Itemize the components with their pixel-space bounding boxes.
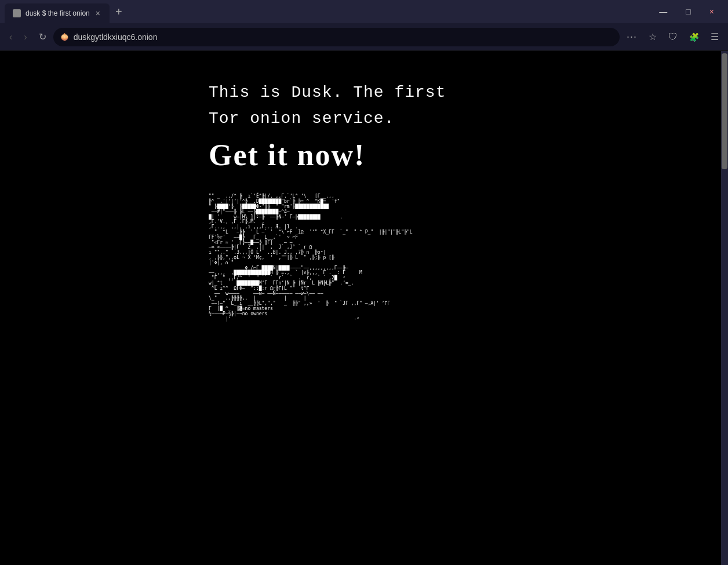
nav-tools: ··· ☆ 🛡 🧩 ☰ (622, 27, 723, 46)
tools-ellipsis-button[interactable]: ··· (622, 27, 642, 46)
new-tab-button[interactable]: + (110, 5, 128, 19)
ascii-art-image: "" _ ,,/^ ╠ ı`ʼÉ^╠|/. ,,Г.`ʼL^ ʼ\ [Г _.,… (209, 189, 705, 327)
onion-icon: 🧅 (60, 33, 69, 41)
back-button[interactable]: ‹ (5, 28, 17, 46)
page-content: This is Dusk. The first Tor onion servic… (0, 51, 728, 565)
forward-button[interactable]: › (19, 28, 31, 46)
cta-text[interactable]: Get it now! (209, 138, 705, 172)
webpage-viewport[interactable]: This is Dusk. The first Tor onion servic… (0, 51, 728, 565)
menu-button[interactable]: ☰ (706, 28, 723, 46)
tab-title: dusk $ the first onion (26, 9, 90, 17)
url-text: duskgytldkxiuqc6.onion (74, 32, 613, 42)
tab-bar: ● dusk $ the first onion × + — □ × (0, 0, 728, 23)
reload-button[interactable]: ↻ (34, 28, 51, 46)
address-bar[interactable]: 🧅 duskgytldkxiuqc6.onion (53, 28, 620, 46)
shield-button[interactable]: 🛡 (664, 28, 682, 46)
extensions-button[interactable]: 🧩 (685, 29, 704, 45)
heading-line2: Tor onion service. (209, 110, 394, 127)
bookmark-button[interactable]: ☆ (644, 28, 661, 46)
tab-close-button[interactable]: × (94, 9, 101, 18)
close-window-button[interactable]: × (700, 5, 723, 19)
maximize-button[interactable]: □ (676, 5, 700, 19)
active-tab[interactable]: ● dusk $ the first onion × (5, 3, 110, 23)
window-controls: — □ × (650, 5, 723, 19)
scrollbar-thumb[interactable] (722, 53, 727, 169)
heading-line1: This is Dusk. The first (209, 83, 446, 101)
tab-favicon: ● (13, 9, 21, 17)
navigation-bar: ‹ › ↻ 🧅 duskgytldkxiuqc6.onion ··· ☆ 🛡 🧩… (0, 23, 728, 51)
minimize-button[interactable]: — (650, 5, 676, 19)
browser-window: ● dusk $ the first onion × + — □ × ‹ › ↻… (0, 0, 728, 565)
page-heading: This is Dusk. The first Tor onion servic… (209, 80, 705, 132)
ascii-art-block: "" _ ,,/^ ╠ ı`ʼÉ^╠|/. ,,Г.`ʼL^ ʼ\ [Г _.,… (209, 189, 661, 327)
scrollbar[interactable] (721, 51, 728, 565)
